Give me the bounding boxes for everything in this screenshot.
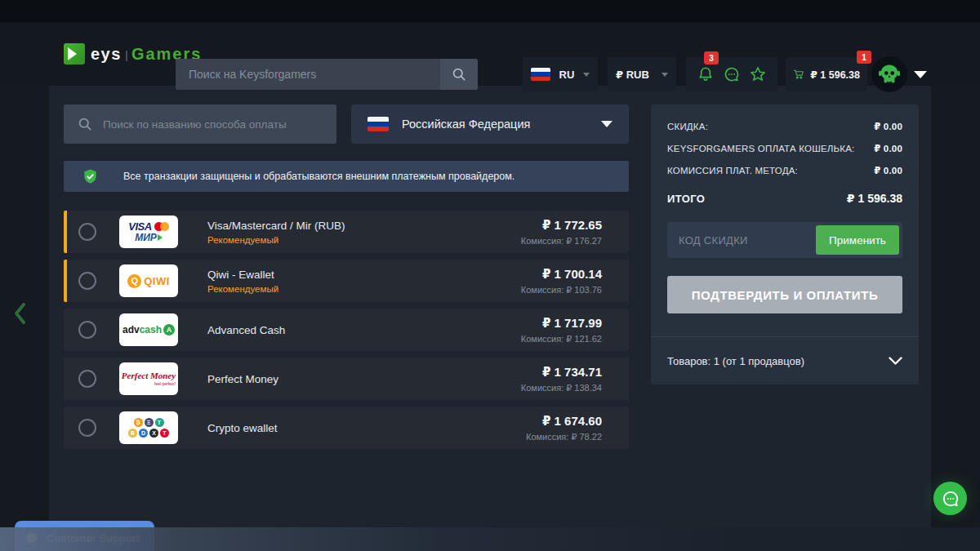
chevron-down-icon <box>601 121 612 127</box>
payment-method-row[interactable]: VISAМИР Visa/Mastercard / Mir (RUB) Реко… <box>64 211 629 253</box>
radio-button[interactable] <box>78 321 96 339</box>
header: eys Gamers RU ₽ RUB 3 <box>0 22 980 86</box>
apply-promo-button[interactable]: Применить <box>816 225 899 255</box>
summary-row: СКИДКА: ₽ 0.00 <box>667 121 902 132</box>
payment-commission: Комиссия: ₽ 78.22 <box>526 432 602 442</box>
cart-button[interactable]: ₽ 1 596.38 1 <box>786 57 867 91</box>
language-selector[interactable]: RU <box>523 57 598 91</box>
skull-avatar-icon <box>877 62 902 87</box>
security-text: Все транзакции защищены и обрабатываются… <box>123 171 514 182</box>
summary-label: СКИДКА: <box>667 122 708 131</box>
payment-method-name: Advanced Cash <box>207 324 285 336</box>
chat-icon <box>723 65 741 83</box>
summary-row: КОМИССИЯ ПЛАТ. МЕТОДА: ₽ 0.00 <box>667 165 902 176</box>
logo-k-icon <box>64 43 85 64</box>
messages-button[interactable] <box>723 65 741 83</box>
payment-methods-list: VISAМИР Visa/Mastercard / Mir (RUB) Реко… <box>64 211 629 455</box>
avatar-menu-caret[interactable] <box>914 71 927 78</box>
payment-commission: Комиссия: ₽ 121.62 <box>521 334 602 344</box>
payment-commission: Комиссия: ₽ 176.27 <box>521 236 602 247</box>
security-banner: Все транзакции защищены и обрабатываются… <box>64 161 629 192</box>
notification-badge: 3 <box>704 51 719 64</box>
site-search-button[interactable] <box>440 59 478 90</box>
summary-label: KEYSFORGAMERS ОПЛАТА КОШЕЛЬКА: <box>667 144 854 153</box>
summary-rows: СКИДКА: ₽ 0.00 KEYSFORGAMERS ОПЛАТА КОШЕ… <box>651 104 919 176</box>
payment-price: ₽ 1 734.71 <box>521 365 602 380</box>
summary-value: ₽ 0.00 <box>874 143 902 154</box>
bottom-band <box>0 527 980 551</box>
top-strip <box>0 0 980 22</box>
total-value: ₽ 1 596.38 <box>847 192 902 205</box>
advcash-logo: advcashA <box>119 313 178 346</box>
radio-button[interactable] <box>78 223 96 241</box>
chat-fab-button[interactable] <box>933 482 967 515</box>
total-label: ИТОГО <box>667 193 705 205</box>
summary-row: KEYSFORGAMERS ОПЛАТА КОШЕЛЬКА: ₽ 0.00 <box>667 143 902 154</box>
chevron-down-icon <box>662 73 668 77</box>
chevron-left-icon <box>13 302 26 325</box>
payment-commission: Комиссия: ₽ 103.76 <box>521 285 602 295</box>
radio-button[interactable] <box>78 370 96 388</box>
payment-commission: Комиссия: ₽ 138.34 <box>521 383 602 393</box>
payment-method-name: Qiwi - Ewallet <box>207 269 278 281</box>
total-row: ИТОГО ₽ 1 596.38 <box>651 187 919 205</box>
currency-selector[interactable]: ₽ RUB <box>608 57 676 91</box>
header-icons-group: 3 <box>686 57 777 91</box>
payment-search-input[interactable] <box>103 118 323 131</box>
russia-flag-icon <box>368 117 389 131</box>
payment-price: ₽ 1 700.14 <box>521 267 602 282</box>
chevron-down-icon <box>583 73 590 77</box>
chat-bubble-icon <box>941 489 960 509</box>
avatar[interactable] <box>871 56 907 92</box>
promo-code-box: Применить <box>667 222 902 258</box>
items-summary-toggle[interactable]: Товаров: 1 (от 1 продавцов) <box>651 337 919 384</box>
recommended-tag: Рекомендуемый <box>207 284 278 294</box>
site-search <box>176 59 478 90</box>
notifications-button[interactable]: 3 <box>697 65 715 83</box>
qiwi-logo: QQIWI <box>119 264 178 297</box>
favorites-button[interactable] <box>749 65 767 83</box>
country-name: Российская Федерация <box>402 118 530 131</box>
currency-label: ₽ RUB <box>616 69 649 81</box>
russia-flag-icon <box>531 68 550 81</box>
back-chevron-button[interactable] <box>13 302 26 328</box>
shield-check-icon <box>82 168 99 185</box>
cart-total: ₽ 1 596.38 <box>810 69 860 81</box>
recommended-tag: Рекомендуемый <box>207 235 345 245</box>
payment-method-row[interactable]: QQIWI Qiwi - Ewallet Рекомендуемый ₽ 1 7… <box>64 260 629 302</box>
cart-badge: 1 <box>857 51 871 64</box>
payment-price: ₽ 1 772.65 <box>521 218 602 233</box>
logo-text-white: eys <box>91 45 122 64</box>
logo-separator <box>126 51 127 61</box>
confirm-pay-button[interactable]: ПОДТВЕРДИТЬ И ОПЛАТИТЬ <box>667 276 902 313</box>
summary-label: КОМИССИЯ ПЛАТ. МЕТОДА: <box>667 166 798 176</box>
radio-button[interactable] <box>78 419 96 437</box>
chevron-down-icon <box>889 357 902 366</box>
radio-button[interactable] <box>78 272 96 290</box>
bell-icon <box>697 65 715 83</box>
payment-method-name: Crypto ewallet <box>207 422 278 434</box>
payment-search <box>64 104 336 144</box>
payment-price: ₽ 1 717.99 <box>521 316 602 331</box>
crypto-logo: ₿ΞTBDXT <box>119 411 178 444</box>
payment-method-row[interactable]: Perfect Moneyfeel perfect! Perfect Money… <box>64 358 629 400</box>
payment-method-row[interactable]: ₿ΞTBDXT Crypto ewallet ₽ 1 674.60 Комисс… <box>64 407 629 449</box>
visa-mastercard-mir-logo: VISAМИР <box>119 216 178 248</box>
perfect-money-logo: Perfect Moneyfeel perfect! <box>119 362 178 395</box>
star-icon <box>749 65 767 83</box>
search-icon <box>451 66 467 82</box>
items-count-label: Товаров: 1 (от 1 продавцов) <box>667 355 804 367</box>
checkout-page: eys Gamers RU ₽ RUB 3 <box>0 0 980 551</box>
country-selector[interactable]: Российская Федерация <box>351 104 629 144</box>
language-label: RU <box>559 69 575 81</box>
payment-method-name: Perfect Money <box>207 373 278 385</box>
payment-price: ₽ 1 674.60 <box>526 414 602 429</box>
payment-method-row[interactable]: advcashA Advanced Cash ₽ 1 717.99 Комисс… <box>64 309 629 351</box>
order-summary-panel: СКИДКА: ₽ 0.00 KEYSFORGAMERS ОПЛАТА КОШЕ… <box>651 104 919 384</box>
site-search-input[interactable] <box>176 59 440 90</box>
payment-method-name: Visa/Mastercard / Mir (RUB) <box>207 220 345 232</box>
summary-value: ₽ 0.00 <box>874 121 902 132</box>
summary-value: ₽ 0.00 <box>874 165 902 176</box>
cart-icon <box>793 65 804 83</box>
search-icon <box>77 116 93 132</box>
